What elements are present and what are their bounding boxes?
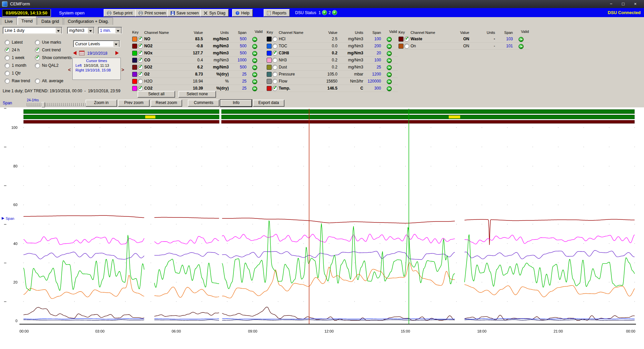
minimize-button[interactable]: −: [605, 0, 617, 8]
prev-zoom-button[interactable]: Prev zoom: [118, 100, 150, 107]
valid-ok-icon: OK: [252, 51, 257, 56]
reset-zoom-button[interactable]: Reset zoom: [151, 100, 182, 107]
channel-units: mg/Nm3: [347, 51, 363, 55]
tab-live[interactable]: Live: [1, 17, 17, 25]
radio-checked[interactable]: [5, 48, 10, 53]
period-option-1-qtr[interactable]: 1 Qtr: [5, 70, 30, 76]
cmdbar-button-sys-diag[interactable]: Sys Diag: [200, 9, 229, 17]
select-none-button[interactable]: Select none: [178, 91, 216, 98]
display-option-use-marks[interactable]: Use marks: [35, 40, 72, 45]
period-option-latest[interactable]: Latest: [5, 40, 30, 45]
channel-checkbox-checked[interactable]: [138, 37, 143, 42]
channel-checkbox-unchecked[interactable]: [272, 65, 277, 70]
cmdbar-button-help[interactable]: ?Help: [232, 9, 253, 17]
channel-checkbox-unchecked[interactable]: [272, 72, 277, 77]
cursor-step-right-button[interactable]: >: [121, 67, 124, 72]
radio-checked[interactable]: [35, 48, 40, 53]
channel-color-swatch: [267, 51, 272, 56]
channel-value: 127.7: [193, 51, 203, 55]
channel-checkbox-checked[interactable]: [138, 44, 143, 49]
channel-checkbox-unchecked[interactable]: [404, 44, 409, 49]
tab-data-grid[interactable]: Data grid: [37, 17, 63, 25]
info-button[interactable]: Info: [220, 100, 252, 107]
channel-name: CO: [144, 58, 150, 62]
channel-checkbox-checked[interactable]: [272, 86, 277, 91]
channel-value: 2.5: [332, 37, 337, 41]
radio-unchecked[interactable]: [35, 40, 40, 45]
channel-span: 101: [506, 44, 513, 48]
channel-valid: OK: [387, 37, 392, 42]
channel-checkbox-unchecked[interactable]: [272, 79, 277, 84]
channel-checkbox-unchecked[interactable]: [138, 79, 143, 84]
option-label: 1 month: [12, 63, 26, 68]
maximize-button[interactable]: □: [617, 0, 629, 8]
radio-unchecked[interactable]: [5, 71, 10, 76]
tab-configuration-diag[interactable]: Configuration + Diag.: [64, 17, 113, 25]
period-option-1-month[interactable]: 1 month: [5, 63, 30, 68]
radio-checked[interactable]: [35, 55, 40, 60]
radio-unchecked[interactable]: [5, 79, 10, 84]
channel-checkbox-unchecked[interactable]: [272, 37, 277, 42]
channel-color-swatch: [267, 65, 272, 70]
period-option-raw-trend[interactable]: Raw trend: [5, 78, 30, 84]
channel-checkbox-checked[interactable]: [138, 86, 143, 91]
channel-name: On: [411, 44, 416, 48]
cmdbar-button-setup-print[interactable]: Setup print: [104, 9, 136, 17]
display-option-no-qal2[interactable]: No QAL2: [35, 63, 72, 68]
cmdbar-button-reports[interactable]: Reports: [264, 9, 290, 17]
radio-unchecked[interactable]: [35, 79, 40, 84]
valid-ok-icon: OK: [387, 37, 392, 42]
span-slider-thumb[interactable]: [42, 102, 45, 107]
valid-ok-icon: OK: [252, 37, 257, 42]
units-select[interactable]: mg/Nm3: [67, 27, 95, 34]
radio-unchecked[interactable]: [5, 63, 10, 68]
chevron-down-icon[interactable]: [113, 41, 119, 47]
channel-checkbox-checked[interactable]: [272, 51, 277, 56]
channel-checkbox-checked[interactable]: [404, 37, 409, 42]
command-bar: 03/05/2019, 14:13:50 System open Setup p…: [0, 8, 644, 17]
chevron-down-icon[interactable]: [55, 28, 62, 34]
system-status-label: System open: [59, 10, 85, 15]
channel-units: mg/Nm3: [348, 44, 363, 48]
channel-checkbox-checked[interactable]: [138, 58, 143, 63]
tab-trend[interactable]: Trend: [17, 17, 37, 25]
span-slider[interactable]: [27, 103, 87, 106]
interval-select[interactable]: 1 min.: [98, 27, 122, 34]
period-option-1-week[interactable]: 1 week: [5, 55, 30, 60]
channel-row-temp: Temp.146.5C300OK: [265, 85, 398, 92]
cursor-step-left-button[interactable]: <: [68, 67, 71, 72]
channel-span: 300: [374, 86, 381, 91]
channel-checkbox-unchecked[interactable]: [272, 58, 277, 63]
zoom-in-button[interactable]: Zoom in: [86, 100, 117, 107]
channel-row-pressure: Pressure105.0mbar1200OK: [265, 71, 398, 78]
channel-checkbox-unchecked[interactable]: [272, 44, 277, 49]
cursor-levels-select[interactable]: Cursor Levels: [73, 40, 120, 47]
chevron-down-icon[interactable]: [115, 28, 121, 34]
line-select[interactable]: Line 1 duty: [3, 27, 62, 34]
trend-date[interactable]: 19/10/2018: [87, 51, 107, 56]
radio-unchecked[interactable]: [5, 40, 10, 45]
channel-color-swatch: [267, 44, 272, 49]
cmdbar-button-print-screen[interactable]: Print screen: [135, 9, 169, 17]
select-all-button[interactable]: Select all: [138, 91, 175, 98]
radio-unchecked[interactable]: [5, 55, 10, 60]
export-data-button[interactable]: Export data: [253, 100, 284, 107]
comments-button[interactable]: Comments: [188, 100, 219, 107]
display-option-alt-average[interactable]: Alt. average: [35, 78, 72, 84]
display-option-cont-trend[interactable]: Cont trend: [35, 47, 72, 53]
cmdbar-button-save-screen[interactable]: Save screen: [167, 9, 202, 17]
prev-day-button[interactable]: [73, 51, 76, 55]
channel-checkbox-checked[interactable]: [138, 65, 143, 70]
channel-checkbox-checked[interactable]: [138, 51, 143, 56]
radio-unchecked[interactable]: [35, 63, 40, 68]
chevron-down-icon[interactable]: [88, 28, 94, 34]
period-option-24-h[interactable]: 24 h: [5, 47, 30, 53]
channel-checkbox-checked[interactable]: [138, 72, 143, 77]
next-day-button[interactable]: [115, 51, 119, 55]
trend-chart[interactable]: [0, 107, 644, 349]
calendar-icon[interactable]: [79, 51, 85, 56]
channel-color-swatch: [267, 86, 272, 91]
display-option-show-comments[interactable]: Show comments: [35, 55, 72, 60]
close-button[interactable]: ×: [629, 0, 641, 8]
channel-valid: OK: [252, 37, 257, 42]
